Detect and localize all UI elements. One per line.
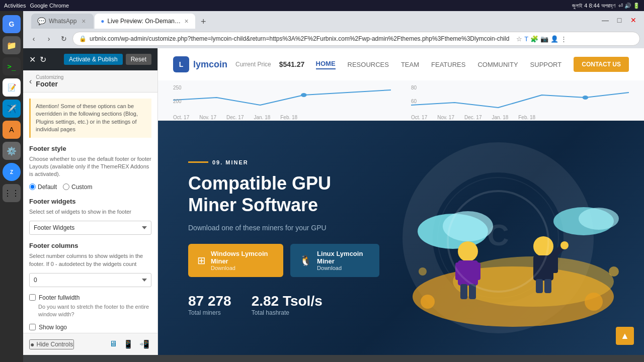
customize-sidebar: ✕ ↻ Activate & Publish Reset ‹ Customizi… bbox=[23, 48, 158, 355]
device-buttons: 🖥 📱 📲 bbox=[107, 338, 151, 350]
close-button[interactable]: ✕ bbox=[627, 14, 640, 27]
os-icon-text[interactable]: 📝 bbox=[3, 78, 21, 97]
right-chart-y-60: 60 bbox=[411, 99, 417, 104]
activate-publish-button[interactable]: Activate & Publish bbox=[64, 54, 123, 65]
maximize-button[interactable]: □ bbox=[613, 14, 626, 27]
right-chart-x-oct17: Oct. 17 bbox=[411, 115, 427, 120]
main-layout: ✕ ↻ Activate & Publish Reset ‹ Customizi… bbox=[23, 48, 644, 355]
footer-widgets-title: Footer widgets bbox=[29, 198, 151, 205]
svg-point-23 bbox=[421, 295, 435, 309]
nav-link-community[interactable]: COMMUNITY bbox=[477, 61, 518, 68]
footer-fullwidth-desc: Do you want to stretch the footer to the… bbox=[38, 303, 151, 319]
bookmark-icon[interactable]: ☆ bbox=[516, 35, 522, 43]
os-icon-zoom[interactable]: Z bbox=[3, 163, 21, 181]
svg-rect-13 bbox=[473, 262, 480, 280]
tablet-device-button[interactable]: 📱 bbox=[121, 338, 135, 350]
os-icon-telegram[interactable]: ✈️ bbox=[3, 100, 21, 118]
svg-point-25 bbox=[609, 266, 619, 277]
website-preview: L lymcoin Current Price $541.27 HOME RES… bbox=[158, 48, 644, 355]
address-bar[interactable]: 🔒 urbnix.com/wp-admin/customize.php?them… bbox=[72, 32, 640, 46]
footer-style-title: Footer style bbox=[29, 145, 151, 152]
desktop-device-button[interactable]: 🖥 bbox=[107, 338, 119, 350]
footer-fullwidth-checkbox[interactable] bbox=[29, 294, 36, 301]
right-chart-x-nov17: Nov. 17 bbox=[437, 115, 454, 120]
right-chart-x-jan18: Jan. 18 bbox=[492, 115, 508, 120]
back-button[interactable]: ‹ bbox=[27, 32, 40, 45]
current-price-value: $541.27 bbox=[279, 60, 305, 68]
nav-link-support[interactable]: SUPPORT bbox=[530, 61, 562, 68]
contact-us-button[interactable]: CONTACT US bbox=[574, 57, 629, 72]
miner-tag: 09. MINER bbox=[188, 159, 379, 165]
livepreview-tab-close[interactable]: × bbox=[184, 17, 189, 25]
os-icon-settings[interactable]: ⚙️ bbox=[3, 142, 21, 160]
scroll-to-top-button[interactable]: ▲ bbox=[616, 327, 634, 345]
tab-whatsapp[interactable]: 💬 WhatsApp × bbox=[31, 14, 94, 29]
os-sidebar: G 📁 >_ 📝 ✈️ A ⚙️ Z ⋮⋮ bbox=[0, 11, 23, 362]
footer-widgets-select[interactable]: Footer Widgets bbox=[29, 221, 151, 235]
footer-columns-select[interactable]: 0 bbox=[29, 273, 151, 287]
linux-btn-sub: Download bbox=[317, 265, 370, 271]
footer-widgets-desc: Select set of widgets to show in the foo… bbox=[29, 208, 151, 216]
hide-controls-button[interactable]: ● Hide Controls bbox=[29, 339, 74, 349]
footer-fullwidth-text: Footer fullwidth bbox=[39, 294, 79, 301]
footer-style-default[interactable]: Default bbox=[29, 184, 57, 191]
minimize-button[interactable]: — bbox=[599, 14, 612, 27]
mobile-device-button[interactable]: 📲 bbox=[137, 338, 151, 350]
os-icon-terminal[interactable]: >_ bbox=[3, 57, 21, 75]
total-miners-label: Total miners bbox=[188, 309, 231, 316]
logo-icon: L bbox=[173, 56, 189, 72]
nav-link-team[interactable]: TEAM bbox=[401, 61, 419, 68]
extensions-icon[interactable]: 🧩 bbox=[530, 35, 538, 43]
reset-button[interactable]: Reset bbox=[126, 54, 151, 65]
os-icon-appstore[interactable]: A bbox=[3, 121, 21, 139]
tab-livepreview[interactable]: ● Live Preview: On-Deman… × bbox=[95, 14, 195, 29]
customize-refresh-icon[interactable]: ↻ bbox=[40, 55, 46, 64]
nav-link-home[interactable]: HOME bbox=[316, 60, 336, 69]
os-icon-files[interactable]: 📁 bbox=[3, 36, 21, 54]
whatsapp-tab-close[interactable]: × bbox=[79, 17, 88, 25]
windows-miner-button[interactable]: ⊞ Windows Lymcoin Miner Download bbox=[188, 244, 283, 277]
customize-close-icon[interactable]: ✕ bbox=[29, 55, 36, 64]
address-bar-row: ‹ › ↻ 🔒 urbnix.com/wp-admin/customize.ph… bbox=[23, 29, 644, 48]
right-chart-y-labels: 80 60 bbox=[411, 85, 417, 104]
chart-y-200: 200 bbox=[173, 99, 182, 104]
linux-miner-button[interactable]: 🐧 Linux Lymcoin Miner Download bbox=[290, 244, 379, 277]
os-icon-chrome[interactable]: G bbox=[3, 15, 21, 33]
refresh-button[interactable]: ↻ bbox=[57, 32, 70, 45]
new-tab-button[interactable]: + bbox=[196, 15, 210, 29]
miner-tag-text: 09. MINER bbox=[212, 159, 249, 165]
chart-y-250: 250 bbox=[173, 85, 182, 90]
menu-icon[interactable]: ⋮ bbox=[560, 35, 567, 43]
livepreview-tab-label: Live Preview: On-Deman… bbox=[108, 18, 181, 25]
right-chart-x-labels: Oct. 17 Nov. 17 Dec. 17 Jan. 18 Feb. 18 bbox=[411, 115, 535, 120]
footer-style-radios: Default Custom bbox=[29, 184, 151, 191]
right-chart-x-dec17: Dec. 17 bbox=[464, 115, 481, 120]
current-price-label: Current Price bbox=[235, 61, 271, 68]
svg-point-26 bbox=[419, 267, 427, 276]
hide-controls-icon: ● bbox=[30, 340, 34, 348]
screenshot-icon[interactable]: 📷 bbox=[540, 35, 548, 43]
os-chrome-label[interactable]: Google Chrome bbox=[30, 3, 69, 9]
customize-nav: ‹ Customizing Footer bbox=[23, 70, 157, 93]
customize-body: Attention! Some of these options can be … bbox=[23, 93, 157, 333]
show-logo-checkbox[interactable] bbox=[29, 324, 36, 330]
footer-style-custom-label: Custom bbox=[71, 184, 92, 191]
show-logo-label[interactable]: Show logo bbox=[29, 324, 151, 331]
footer-columns-title: Footer columns bbox=[29, 242, 151, 249]
nav-link-resources[interactable]: RESOURCES bbox=[348, 61, 389, 68]
os-activities-label[interactable]: Activities bbox=[4, 3, 26, 9]
os-icon-grid[interactable]: ⋮⋮ bbox=[3, 184, 21, 202]
footer-style-custom[interactable]: Custom bbox=[63, 184, 92, 191]
footer-style-default-radio[interactable] bbox=[29, 184, 36, 190]
svg-rect-22 bbox=[544, 279, 551, 293]
footer-style-custom-radio[interactable] bbox=[63, 184, 69, 190]
themedrex-icon[interactable]: T bbox=[524, 35, 528, 43]
linux-btn-title: Linux Lymcoin Miner bbox=[317, 250, 370, 265]
back-nav-icon[interactable]: ‹ bbox=[29, 77, 32, 86]
nav-link-features[interactable]: FEATURES bbox=[431, 61, 465, 68]
chart-x-feb18: Feb. 18 bbox=[280, 115, 297, 120]
footer-fullwidth-label[interactable]: Footer fullwidth bbox=[29, 294, 151, 301]
tab-bar: 💬 WhatsApp × ● Live Preview: On-Deman… ×… bbox=[27, 12, 597, 29]
forward-button[interactable]: › bbox=[42, 32, 55, 45]
profile-icon[interactable]: 👤 bbox=[550, 35, 558, 43]
